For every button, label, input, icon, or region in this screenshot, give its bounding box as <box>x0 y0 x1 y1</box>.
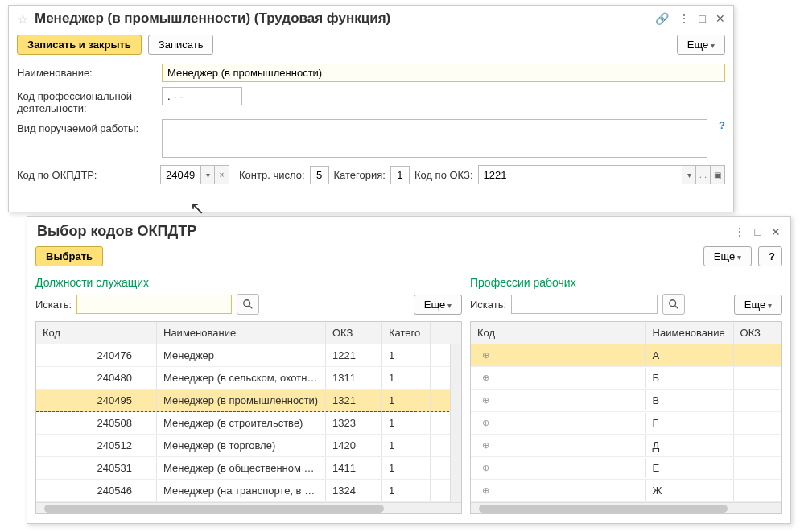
panel-title: Профессии рабочих <box>470 273 782 292</box>
more-button[interactable]: Еще <box>414 295 462 315</box>
cell-okz: 1321 <box>326 390 382 411</box>
cell-okz: 1411 <box>326 457 382 479</box>
link-icon[interactable]: 🔗 <box>655 12 669 25</box>
more-button[interactable]: Еще <box>703 246 752 266</box>
labor-function-window: ☆ Менеджер (в промышленности) (Трудовая … <box>8 5 734 212</box>
cell-name: Менеджер (в промышленности) <box>157 390 326 411</box>
col-cat[interactable]: Катего <box>382 322 431 344</box>
table-row[interactable]: 240531Менеджер (в общественном пит...141… <box>36 457 461 480</box>
search-input[interactable] <box>511 295 658 314</box>
favorite-star-icon[interactable]: ☆ <box>17 11 28 27</box>
close-icon[interactable]: ✕ <box>715 12 725 25</box>
search-button[interactable] <box>237 294 259 315</box>
more-button[interactable]: Еще <box>734 295 782 315</box>
professions-panel: Профессии рабочих Искать: Еще Код Наимен… <box>470 273 782 514</box>
svg-line-1 <box>249 306 253 309</box>
close-icon[interactable]: ✕ <box>771 225 781 238</box>
cell-okz <box>734 396 781 406</box>
okpdtr-input[interactable] <box>160 165 200 184</box>
expand-icon[interactable]: ⊕ <box>477 463 493 473</box>
category-input[interactable] <box>390 166 410 184</box>
col-name[interactable]: Наименование <box>157 322 326 344</box>
okz-input[interactable] <box>478 165 682 184</box>
ellipsis-icon[interactable]: … <box>696 165 711 184</box>
cell-name: Д <box>646 435 734 456</box>
cell-cat: 1 <box>382 480 431 501</box>
table-row[interactable]: 240512Менеджер (в торговле)14201 <box>36 435 461 457</box>
horizontal-scrollbar[interactable] <box>471 502 781 513</box>
col-code[interactable]: Код <box>471 322 646 344</box>
cell-name: Менеджер <box>157 344 326 366</box>
clear-icon[interactable]: × <box>215 165 229 184</box>
dropdown-icon[interactable]: ▾ <box>200 165 215 184</box>
select-button[interactable]: Выбрать <box>35 246 103 266</box>
expand-icon[interactable]: ⊕ <box>477 440 493 451</box>
expand-icon[interactable]: ⊕ <box>477 395 493 406</box>
table-row[interactable]: ⊕Б <box>471 367 781 390</box>
cell-okz <box>734 419 781 428</box>
table-row[interactable]: ⊕Д <box>471 435 781 457</box>
col-name[interactable]: Наименование <box>646 322 734 344</box>
grid-body[interactable]: 240476Менеджер12211240480Менеджер (в сел… <box>36 344 461 502</box>
positions-panel: Должности служащих Искать: Еще Код Наиме… <box>35 273 462 514</box>
expand-icon[interactable]: ⊕ <box>477 350 493 361</box>
name-input[interactable] <box>162 64 725 82</box>
open-icon[interactable]: ▣ <box>711 165 725 184</box>
check-num-input[interactable] <box>310 166 329 184</box>
maximize-icon[interactable]: □ <box>755 225 761 238</box>
help-button[interactable]: ? <box>758 246 782 266</box>
cell-okz: 1420 <box>326 435 382 456</box>
cell-code: 240495 <box>36 390 157 411</box>
cell-code: ⊕ <box>471 390 646 410</box>
work-type-textarea[interactable] <box>162 119 707 158</box>
cell-name: Менеджер (в общественном пит... <box>157 457 326 479</box>
cell-okz <box>734 373 781 383</box>
search-input[interactable] <box>76 295 232 314</box>
code-prof-input[interactable] <box>162 87 242 105</box>
cell-okz: 1324 <box>326 480 382 501</box>
help-icon[interactable]: ? <box>719 119 725 131</box>
save-close-button[interactable]: Записать и закрыть <box>17 35 142 55</box>
table-row[interactable]: ⊕В <box>471 390 781 412</box>
maximize-icon[interactable]: □ <box>699 12 706 25</box>
table-row[interactable]: ⊕Ж <box>471 480 781 502</box>
cell-okz <box>734 351 781 361</box>
cell-cat: 1 <box>382 367 431 389</box>
cell-code: 240531 <box>36 457 157 479</box>
table-row[interactable]: ⊕Е <box>471 457 781 480</box>
expand-icon[interactable]: ⊕ <box>477 485 493 496</box>
table-row[interactable]: ⊕Г <box>471 412 781 435</box>
table-row[interactable]: 240546Менеджер (на транспорте, в свя...1… <box>36 480 461 502</box>
col-code[interactable]: Код <box>36 322 157 344</box>
table-row[interactable]: 240480Менеджер (в сельском, охотнич...13… <box>36 367 461 390</box>
table-row[interactable]: 240495Менеджер (в промышленности)13211 <box>36 390 461 412</box>
search-label: Искать: <box>35 299 72 311</box>
window-title: Менеджер (в промышленности) (Трудовая фу… <box>35 10 655 27</box>
search-label: Искать: <box>470 299 506 311</box>
save-button[interactable]: Записать <box>148 35 214 55</box>
positions-grid: Код Наименование ОКЗ Катего 240476Менедж… <box>35 321 462 514</box>
titlebar: Выбор кодов ОКПДТР ⋮ □ ✕ <box>27 217 790 243</box>
table-row[interactable]: 240508Менеджер (в строительстве)13231 <box>36 412 461 435</box>
expand-icon[interactable]: ⊕ <box>477 418 493 428</box>
col-okz[interactable]: ОКЗ <box>734 322 782 344</box>
grid-header: Код Наименование ОКЗ Катего <box>36 322 461 344</box>
horizontal-scrollbar[interactable] <box>36 502 461 513</box>
cell-code: ⊕ <box>471 368 646 388</box>
okpdtr-picker-window: Выбор кодов ОКПДТР ⋮ □ ✕ Выбрать Еще ? Д… <box>27 216 791 524</box>
table-row[interactable]: ⊕А <box>471 344 781 367</box>
expand-icon[interactable]: ⊕ <box>477 373 493 383</box>
kebab-menu-icon[interactable]: ⋮ <box>678 12 690 25</box>
grid-body[interactable]: ⊕А⊕Б⊕В⊕Г⊕Д⊕Е⊕Ж <box>471 344 781 502</box>
svg-point-2 <box>670 300 676 307</box>
table-row[interactable]: 240476Менеджер12211 <box>36 344 461 367</box>
kebab-menu-icon[interactable]: ⋮ <box>734 225 745 238</box>
vertical-scrollbar[interactable] <box>450 344 461 502</box>
search-button[interactable] <box>662 294 685 315</box>
col-okz[interactable]: ОКЗ <box>326 322 382 344</box>
cell-name: Ж <box>646 480 734 501</box>
dropdown-icon[interactable]: ▾ <box>682 165 696 184</box>
cell-code: 240546 <box>36 480 157 501</box>
more-button[interactable]: Еще <box>677 35 725 55</box>
label-category: Категория: <box>334 169 386 181</box>
